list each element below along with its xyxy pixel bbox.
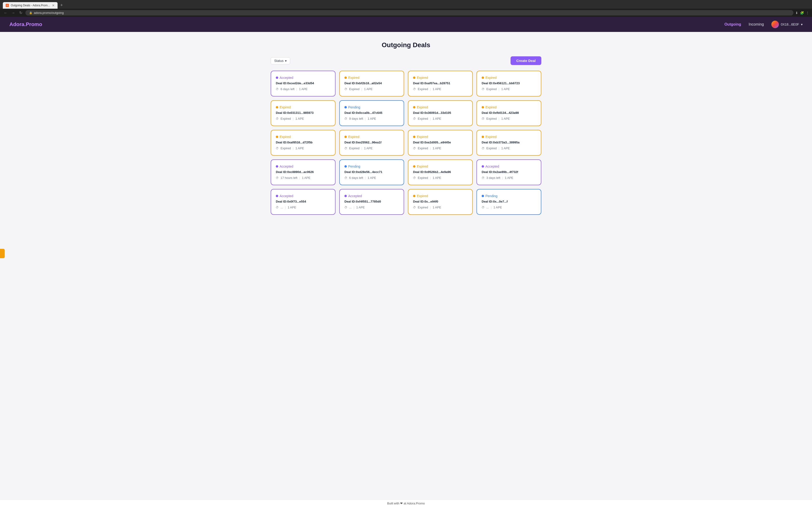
deal-id: Deal ID:0x...0e7...f <box>481 200 536 203</box>
status-label: Expired <box>348 76 359 79</box>
deal-card[interactable]: Expired Deal ID:0xfb0134...423a98 ⏱ Expi… <box>476 100 541 126</box>
status-label: Pending <box>348 105 360 109</box>
status-label: Expired <box>417 165 428 168</box>
menu-icon[interactable]: ⋮ <box>806 11 809 15</box>
separator: | <box>354 206 354 209</box>
download-icon[interactable]: ⬇ <box>795 11 798 15</box>
deal-meta: ⏱ Expired | 1 APE <box>413 176 467 180</box>
status-label: Accepted <box>280 194 293 198</box>
deal-id: Deal ID:0xaf07ea...b28751 <box>413 81 467 85</box>
reload-button[interactable]: ↻ <box>18 10 23 15</box>
deal-card[interactable]: Expired Deal ID:0x...e94f0 ⏱ Expired | 1… <box>408 189 473 215</box>
deal-time: Expired <box>418 117 428 120</box>
status-label: Accepted <box>280 76 293 79</box>
status-dot <box>276 76 278 79</box>
deal-status-row: Expired <box>276 105 331 109</box>
footer-text: Built with ❤ at Adora.Promo <box>387 502 425 505</box>
nav-incoming[interactable]: Incoming <box>749 22 764 26</box>
deal-time: Expired <box>281 147 291 150</box>
status-dot <box>413 76 415 79</box>
deal-card[interactable]: Expired Deal ID:0x031311...985973 ⏱ Expi… <box>271 100 336 126</box>
deal-amount: 1 APE <box>295 117 304 120</box>
status-dot <box>481 165 484 168</box>
time-icon: ⏱ <box>276 88 278 91</box>
deal-status-row: Accepted <box>276 194 331 198</box>
deal-id: Deal ID:0xb373a3...38995a <box>481 140 536 144</box>
back-button[interactable]: ← <box>3 11 8 15</box>
deal-card[interactable]: Accepted Deal ID:0x0f73...e554 ⏱ ... | 1… <box>271 189 336 215</box>
deal-id: Deal ID:0x0cca0b...47c645 <box>345 111 399 115</box>
status-label: Expired <box>417 76 428 79</box>
side-panel-button[interactable] <box>0 249 5 258</box>
extensions-icon[interactable]: 🧩 <box>800 11 804 15</box>
deal-card[interactable]: Accepted Deal ID:0xced2de...e33d54 ⏱ 6 d… <box>271 71 336 97</box>
deal-card[interactable]: Pending Deal ID:0xd28e56...4ecc71 ⏱ 6 da… <box>339 159 404 185</box>
deal-card[interactable]: Accepted Deal ID:0xc8890d...ac0626 ⏱ 17 … <box>271 159 336 185</box>
chevron-down-icon: ▾ <box>801 22 803 26</box>
forward-button[interactable]: → <box>10 11 16 15</box>
deal-meta: ⏱ Expired | 1 APE <box>481 117 536 120</box>
deal-status-row: Expired <box>481 135 536 139</box>
deal-status-row: Expired <box>276 135 331 139</box>
deal-meta: ⏱ Expired | 1 APE <box>276 117 331 120</box>
time-icon: ⏱ <box>481 176 485 180</box>
deal-card[interactable]: Accepted Deal ID:0xf4f551...7785d0 ⏱ ...… <box>339 189 404 215</box>
time-icon: ⏱ <box>345 176 347 180</box>
deal-amount: 1 APE <box>299 87 308 91</box>
status-dot <box>276 195 278 197</box>
separator: | <box>430 147 431 150</box>
deal-card[interactable]: Expired Deal ID:0x456121...bb6723 ⏱ Expi… <box>476 71 541 97</box>
deal-id: Deal ID:0x0f73...e554 <box>276 200 331 203</box>
deal-id: Deal ID:0xfb0134...423a98 <box>481 111 536 115</box>
separator: | <box>502 176 503 180</box>
deal-status-row: Expired <box>345 76 399 79</box>
deal-amount: 1 APE <box>433 147 441 150</box>
deal-time: Expired <box>349 87 359 91</box>
deal-card[interactable]: Expired Deal ID:0xb373a3...38995a ⏱ Expi… <box>476 130 541 156</box>
deal-card[interactable]: Expired Deal ID:0x9526b2...4e9a96 ⏱ Expi… <box>408 159 473 185</box>
deal-status-row: Expired <box>345 135 399 139</box>
deal-time: Expired <box>418 87 428 91</box>
separator: | <box>430 87 431 91</box>
chevron-down-icon: ▾ <box>285 59 287 63</box>
deal-time: Expired <box>418 206 428 209</box>
separator: | <box>299 176 300 180</box>
deal-id: Deal ID:0xaf8516...d72f5b <box>276 140 331 144</box>
status-dropdown[interactable]: Status ▾ <box>271 57 290 64</box>
deal-amount: 1 APE <box>501 117 510 120</box>
time-icon: ⏱ <box>345 88 347 91</box>
deal-card[interactable]: Expired Deal ID:0xe25562...96ea1f ⏱ Expi… <box>339 130 404 156</box>
deal-card[interactable]: Accepted Deal ID:0x2ae89b...4f732f ⏱ 3 d… <box>476 159 541 185</box>
browser-actions: ⬇ 🧩 ⋮ <box>795 11 809 15</box>
browser-controls: ← → ↻ 🔒 adora.promo/outgoing ⬇ 🧩 ⋮ <box>0 9 812 17</box>
separator: | <box>293 117 294 120</box>
address-bar[interactable]: 🔒 adora.promo/outgoing <box>26 10 794 15</box>
tab-close-button[interactable]: ✕ <box>52 3 55 7</box>
deal-card[interactable]: Expired Deal ID:0xe2d005...e8445e ⏱ Expi… <box>408 130 473 156</box>
status-dot <box>276 136 278 138</box>
url-display: adora.promo/outgoing <box>34 11 64 14</box>
status-label: Pending <box>486 194 497 198</box>
wallet-button[interactable]: 0X18...6E0F ▾ <box>771 21 803 28</box>
deal-card[interactable]: Pending Deal ID:0x0cca0b...47c645 ⏱ 9 da… <box>339 100 404 126</box>
deal-id: Deal ID:0xced2de...e33d54 <box>276 81 331 85</box>
time-icon: ⏱ <box>481 88 485 91</box>
deal-meta: ⏱ 9 days left | 1 APE <box>345 117 399 120</box>
deal-amount: 1 APE <box>501 147 510 150</box>
deal-meta: ⏱ ... | 1 APE <box>345 206 399 209</box>
separator: | <box>499 147 499 150</box>
deal-card[interactable]: Expired Deal ID:0xbf2b18...a02e54 ⏱ Expi… <box>339 71 404 97</box>
new-tab-button[interactable]: + <box>58 2 65 9</box>
deal-card[interactable]: Expired Deal ID:0xaf8516...d72f5b ⏱ Expi… <box>271 130 336 156</box>
separator: | <box>293 147 294 150</box>
deal-card[interactable]: Expired Deal ID:0x36091d...33d105 ⏱ Expi… <box>408 100 473 126</box>
active-tab[interactable]: A Outgoing Deals - Adora.Prom... ✕ <box>3 2 58 9</box>
deal-card[interactable]: Pending Deal ID:0x...0e7...f ⏱ ... | 1 A… <box>476 189 541 215</box>
time-icon: ⏱ <box>276 147 278 150</box>
create-deal-button[interactable]: Create Deal <box>511 56 541 65</box>
main-content: Outgoing Deals Status ▾ Create Deal Acce… <box>265 32 547 224</box>
deal-amount: 1 APE <box>433 176 441 180</box>
deal-card[interactable]: Expired Deal ID:0xaf07ea...b28751 ⏱ Expi… <box>408 71 473 97</box>
nav-outgoing[interactable]: Outgoing <box>724 22 741 26</box>
status-dot <box>345 106 347 108</box>
